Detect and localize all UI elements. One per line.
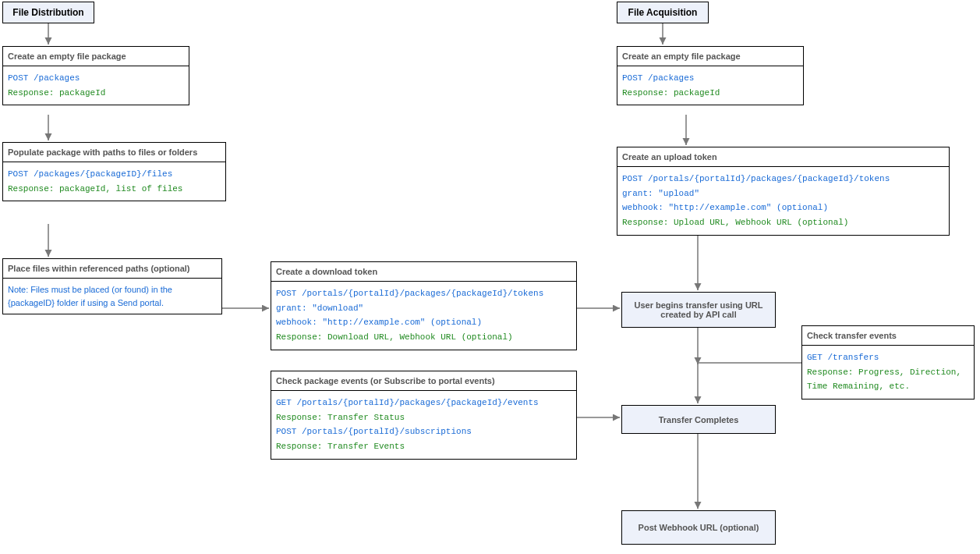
action-label: Transfer Completes <box>659 415 739 424</box>
node-dist-create-empty: Create an empty file package POST /packa… <box>2 46 189 105</box>
api-response: Response: Progress, Direction, Time Rema… <box>807 365 969 394</box>
header-file-distribution: File Distribution <box>2 2 94 23</box>
api-request: POST /packages/{packageID}/files <box>8 167 221 182</box>
node-body: GET /transfers Response: Progress, Direc… <box>802 346 974 399</box>
node-title: Create an empty file package <box>3 47 189 66</box>
action-label: Post Webhook URL (optional) <box>639 523 759 532</box>
node-check-transfer-events: Check transfer events GET /transfers Res… <box>801 325 975 400</box>
api-request: POST /packages <box>622 71 798 86</box>
api-request: POST /packages <box>8 71 184 86</box>
node-body: POST /packages Response: packageId <box>617 66 803 105</box>
node-acq-create-empty: Create an empty file package POST /packa… <box>617 46 804 105</box>
api-request-webhook: webhook: "http://example.com" (optional) <box>622 201 944 215</box>
api-request: POST /portals/{portalId}/packages/{packa… <box>622 172 944 186</box>
action-label: User begins transfer using URL created b… <box>625 300 772 319</box>
header-file-acquisition: File Acquisition <box>617 2 709 23</box>
api-request: GET /transfers <box>807 350 969 365</box>
api-request-webhook: webhook: "http://example.com" (optional) <box>276 315 571 330</box>
node-note: Note: Files must be placed (or found) in… <box>8 283 217 309</box>
node-post-webhook: Post Webhook URL (optional) <box>621 510 776 545</box>
node-body: GET /portals/{portalId}/packages/{packag… <box>271 391 576 459</box>
api-response: Response: Upload URL, Webhook URL (optio… <box>622 215 944 230</box>
node-body: POST /portals/{portalId}/packages/{packa… <box>271 282 576 350</box>
node-title: Create an upload token <box>617 147 949 167</box>
node-title: Populate package with paths to files or … <box>3 143 225 162</box>
node-body: Note: Files must be placed (or found) in… <box>3 279 221 314</box>
node-download-token: Create a download token POST /portals/{p… <box>271 261 577 350</box>
node-dist-populate: Populate package with paths to files or … <box>2 142 226 201</box>
api-request-grant: grant: "upload" <box>622 186 944 201</box>
api-response: Response: Transfer Status <box>276 410 571 425</box>
node-user-begins-transfer: User begins transfer using URL created b… <box>621 292 776 328</box>
api-response: Response: packageId, list of files <box>8 182 221 197</box>
api-response: Response: Transfer Events <box>276 439 571 454</box>
api-request: POST /portals/{portalId}/packages/{packa… <box>276 286 571 301</box>
node-title: Create a download token <box>271 262 576 282</box>
node-check-events: Check package events (or Subscribe to po… <box>271 371 577 460</box>
node-title: Check transfer events <box>802 326 974 346</box>
api-response: Response: Download URL, Webhook URL (opt… <box>276 330 571 345</box>
node-dist-place-files: Place files within referenced paths (opt… <box>2 258 222 314</box>
header-label: File Distribution <box>12 7 83 18</box>
node-title: Create an empty file package <box>617 47 803 66</box>
diagram-canvas: File Distribution Create an empty file p… <box>0 0 980 554</box>
node-title: Check package events (or Subscribe to po… <box>271 371 576 391</box>
api-request-grant: grant: "download" <box>276 301 571 316</box>
node-acq-upload-token: Create an upload token POST /portals/{po… <box>617 147 950 236</box>
node-title: Place files within referenced paths (opt… <box>3 259 221 279</box>
node-body: POST /portals/{portalId}/packages/{packa… <box>617 167 949 235</box>
api-request: POST /portals/{portalId}/subscriptions <box>276 424 571 439</box>
node-transfer-completes: Transfer Completes <box>621 405 776 434</box>
node-body: POST /packages Response: packageId <box>3 66 189 105</box>
api-request: GET /portals/{portalId}/packages/{packag… <box>276 396 571 410</box>
header-label: File Acquisition <box>628 7 698 18</box>
api-response: Response: packageId <box>622 86 798 101</box>
node-body: POST /packages/{packageID}/files Respons… <box>3 162 225 201</box>
api-response: Response: packageId <box>8 86 184 101</box>
